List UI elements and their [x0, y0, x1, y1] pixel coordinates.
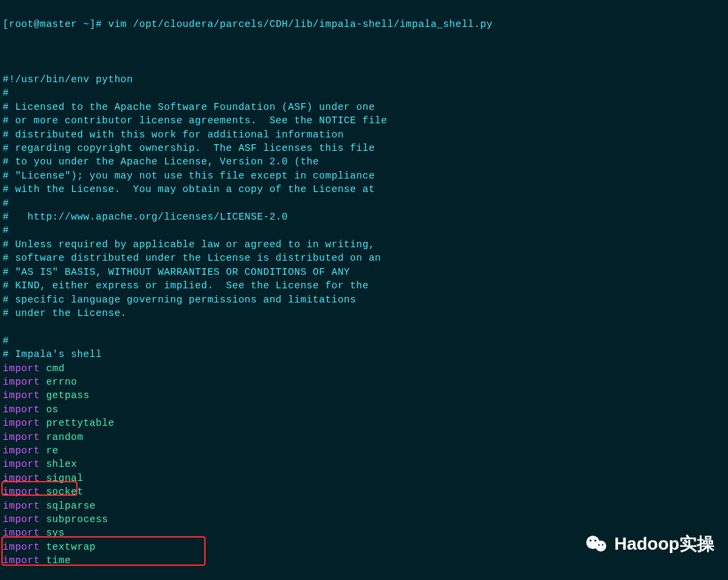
code-line: # software distributed under the License… — [3, 251, 725, 265]
code-line: import socket — [3, 485, 725, 498]
svg-point-3 — [595, 540, 597, 542]
code-line: # Unless required by applicable law or a… — [3, 238, 725, 251]
code-line: # — [3, 86, 725, 100]
code-line: # Impala's shell — [3, 348, 725, 361]
code-line: import cmd — [3, 362, 725, 375]
svg-point-5 — [602, 544, 603, 546]
code-line: import sqlparse — [3, 499, 725, 513]
watermark: Hadoop实操 — [584, 531, 715, 556]
code-line: # with the License. You may obtain a cop… — [3, 183, 725, 196]
svg-point-2 — [590, 540, 592, 542]
code-line: import getpass — [3, 389, 725, 402]
code-line: # — [3, 224, 725, 237]
code-line: # "License"); you may not use this file … — [3, 169, 725, 183]
code-line: import shlex — [3, 457, 725, 471]
code-line: import random — [3, 430, 725, 444]
code-line: # — [3, 334, 725, 348]
code-line: import signal — [3, 472, 725, 485]
code-line: # "AS IS" BASIS, WITHOUT WARRANTIES OR C… — [3, 265, 725, 279]
code-line: # specific language governing permission… — [3, 293, 725, 307]
code-line: import os — [3, 403, 725, 416]
code-line: import prettytable — [3, 416, 725, 430]
svg-point-4 — [599, 544, 600, 546]
code-line: # under the License. — [3, 307, 725, 320]
code-line: # — [3, 197, 725, 210]
shell-command: vim /opt/cloudera/parcels/CDH/lib/impala… — [108, 19, 493, 30]
shell-prompt: [root@master ~]# — [3, 19, 108, 30]
watermark-text: Hadoop实操 — [614, 537, 715, 550]
code-line: import re — [3, 444, 725, 457]
terminal[interactable]: [root@master ~]# vim /opt/cloudera/parce… — [0, 0, 728, 580]
code-line: # or more contributor license agreements… — [3, 114, 725, 127]
code-line: # KIND, either express or implied. See t… — [3, 279, 725, 292]
code-line: # to you under the Apache License, Versi… — [3, 155, 725, 168]
code-line: import errno — [3, 375, 725, 389]
code-line: # regarding copyright ownership. The ASF… — [3, 141, 725, 155]
command-line: [root@master ~]# vim /opt/cloudera/parce… — [3, 18, 725, 31]
code-line: import time — [3, 554, 725, 567]
blank-line — [3, 45, 725, 59]
code-line: import subprocess — [3, 513, 725, 526]
code-line: # Licensed to the Apache Software Founda… — [3, 100, 725, 114]
code-block: #!/usr/bin/env python## Licensed to the … — [3, 73, 725, 580]
code-line — [3, 320, 725, 333]
code-line: # http://www.apache.org/licenses/LICENSE… — [3, 210, 725, 224]
code-line: #!/usr/bin/env python — [3, 73, 725, 86]
code-line: # distributed with this work for additio… — [3, 128, 725, 141]
wechat-icon — [584, 531, 609, 556]
svg-point-1 — [595, 541, 606, 552]
code-line — [3, 568, 725, 580]
